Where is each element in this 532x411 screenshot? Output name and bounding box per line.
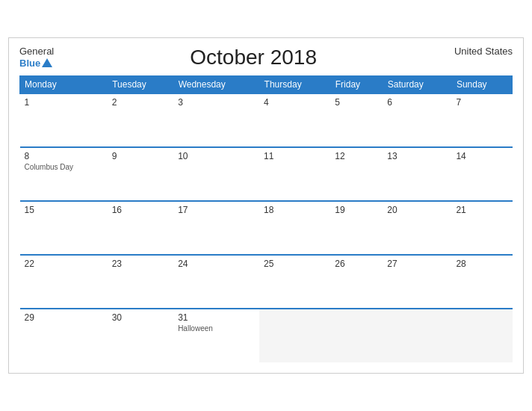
day-number: 18 (264, 205, 326, 215)
day-number: 10 (178, 151, 255, 161)
weekday-header-saturday: Saturday (383, 76, 451, 94)
calendar-cell: 6 (383, 93, 451, 147)
day-number: 24 (178, 259, 255, 269)
day-number: 11 (264, 151, 326, 161)
calendar-cell: 27 (383, 255, 451, 309)
calendar-cell: 5 (330, 93, 383, 147)
calendar-cell: 8Columbus Day (20, 147, 108, 201)
calendar-cell: 26 (330, 255, 383, 309)
day-number: 28 (456, 259, 507, 269)
day-number: 14 (456, 151, 507, 161)
weekday-header-sunday: Sunday (451, 76, 512, 94)
calendar-cell (451, 309, 512, 362)
day-number: 17 (178, 205, 255, 215)
day-event: Columbus Day (25, 163, 103, 171)
calendar-cell: 31Halloween (173, 309, 259, 362)
weekday-header-row: MondayTuesdayWednesdayThursdayFridaySatu… (20, 76, 513, 94)
weekday-header-tuesday: Tuesday (108, 76, 173, 94)
calendar-country: United States (453, 46, 513, 57)
calendar-cell: 24 (173, 255, 259, 309)
calendar-cell (383, 309, 451, 362)
logo-triangle-icon (42, 58, 52, 67)
logo-general-text: General (19, 46, 54, 58)
day-number: 19 (335, 205, 378, 215)
day-number: 8 (25, 151, 103, 161)
calendar-cell: 12 (330, 147, 383, 201)
week-row-4: 22232425262728 (20, 255, 513, 309)
calendar-cell: 11 (259, 147, 330, 201)
weekday-header-thursday: Thursday (259, 76, 330, 94)
calendar-cell: 28 (451, 255, 512, 309)
calendar-header: General Blue October 2018 United States (19, 46, 513, 69)
calendar-container: General Blue October 2018 United States … (8, 37, 524, 374)
calendar-cell: 9 (108, 147, 173, 201)
calendar-title: October 2018 (54, 46, 453, 69)
logo: General Blue (19, 46, 54, 69)
day-number: 27 (387, 259, 447, 269)
day-number: 15 (25, 205, 103, 215)
calendar-cell: 21 (451, 201, 512, 255)
calendar-grid: MondayTuesdayWednesdayThursdayFridaySatu… (19, 75, 513, 362)
calendar-cell: 13 (383, 147, 451, 201)
calendar-cell: 20 (383, 201, 451, 255)
calendar-cell: 22 (20, 255, 108, 309)
day-event: Halloween (178, 324, 255, 333)
day-number: 30 (112, 312, 169, 323)
calendar-cell: 10 (173, 147, 259, 201)
calendar-cell: 30 (108, 309, 173, 362)
calendar-cell (259, 309, 330, 362)
day-number: 2 (112, 97, 169, 108)
day-number: 3 (178, 97, 255, 108)
day-number: 23 (112, 259, 169, 269)
day-number: 7 (456, 97, 507, 108)
week-row-3: 15161718192021 (20, 201, 513, 255)
calendar-cell: 23 (108, 255, 173, 309)
day-number: 21 (456, 205, 507, 215)
calendar-cell: 1 (20, 93, 108, 147)
week-row-5: 293031Halloween (20, 309, 513, 362)
weekday-header-friday: Friday (330, 76, 383, 94)
day-number: 5 (335, 97, 378, 108)
day-number: 6 (387, 97, 447, 108)
calendar-cell: 17 (173, 201, 259, 255)
calendar-cell: 18 (259, 201, 330, 255)
week-row-2: 8Columbus Day91011121314 (20, 147, 513, 201)
calendar-cell: 4 (259, 93, 330, 147)
day-number: 22 (25, 259, 103, 269)
day-number: 26 (335, 259, 378, 269)
calendar-cell: 29 (20, 309, 108, 362)
day-number: 9 (112, 151, 169, 161)
calendar-cell: 3 (173, 93, 259, 147)
calendar-cell: 16 (108, 201, 173, 255)
day-number: 13 (387, 151, 447, 161)
day-number: 4 (264, 97, 326, 108)
calendar-cell: 2 (108, 93, 173, 147)
day-number: 12 (335, 151, 378, 161)
calendar-cell (330, 309, 383, 362)
day-number: 1 (25, 97, 103, 108)
day-number: 25 (264, 259, 326, 269)
calendar-cell: 25 (259, 255, 330, 309)
week-row-1: 1234567 (20, 93, 513, 147)
calendar-cell: 7 (451, 93, 512, 147)
logo-blue-text: Blue (19, 58, 40, 69)
calendar-cell: 15 (20, 201, 108, 255)
day-number: 20 (387, 205, 447, 215)
weekday-header-monday: Monday (20, 76, 108, 94)
day-number: 29 (25, 312, 103, 323)
weekday-header-wednesday: Wednesday (173, 76, 259, 94)
calendar-cell: 14 (451, 147, 512, 201)
day-number: 16 (112, 205, 169, 215)
day-number: 31 (178, 312, 255, 323)
calendar-cell: 19 (330, 201, 383, 255)
